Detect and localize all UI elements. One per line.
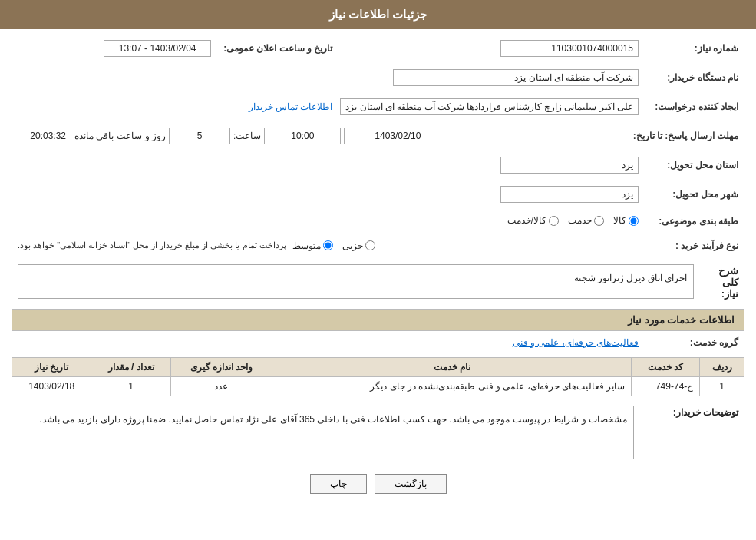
col-header-date: تاریخ نیاز bbox=[12, 357, 91, 376]
service-group-value[interactable]: فعالیت‌های حرفه‌ای، علمی و فنی bbox=[513, 337, 639, 348]
need-number-box: 1103001074000015 bbox=[500, 40, 639, 57]
category-label: طبقه بندی موضوعی: bbox=[645, 212, 744, 231]
category-khedmat-label: خدمت bbox=[568, 215, 592, 226]
deadline-table: مهلت ارسال پاسخ: تا تاریخ: 20:03:32 ساعت… bbox=[12, 124, 744, 147]
category-kala-khedmat-radio[interactable] bbox=[549, 216, 559, 226]
city-value: یزد bbox=[500, 186, 639, 203]
city-label: شهر محل تحویل: bbox=[645, 183, 744, 206]
process-type-jozii-radio[interactable] bbox=[365, 240, 375, 250]
publish-date-label: تاریخ و ساعت اعلان عمومی: bbox=[217, 37, 355, 60]
col-header-service-code: کد خدمت bbox=[632, 357, 700, 376]
deadline-date-value: 1403/02/10 bbox=[344, 128, 451, 144]
need-number-value: 1103001074000015 bbox=[386, 37, 645, 60]
col-header-row-num: ردیف bbox=[700, 357, 744, 376]
process-type-row: پرداخت تمام یا بخشی از مبلغ خریدار از مح… bbox=[18, 240, 639, 251]
category-kala[interactable]: کالا bbox=[613, 215, 639, 226]
buyer-org-value: شرکت آب منطقه ای استان یزد bbox=[12, 66, 645, 89]
province-value: یزد bbox=[500, 157, 639, 174]
deadline-days-value: 5 bbox=[169, 128, 230, 144]
category-kala-label: کالا bbox=[613, 215, 626, 226]
buyer-org-box: شرکت آب منطقه ای استان یزد bbox=[393, 69, 639, 86]
cell-row-num: 1 bbox=[700, 376, 744, 396]
button-row: بازگشت چاپ bbox=[12, 474, 744, 494]
creator-contact-link[interactable]: اطلاعات تماس خریدار bbox=[249, 101, 333, 112]
page-wrapper: جزئیات اطلاعات نیاز شماره نیاز: 11030010… bbox=[0, 0, 756, 540]
cell-service-code: ج-74-749 bbox=[632, 376, 700, 396]
need-number-label: شماره نیاز: bbox=[645, 37, 744, 60]
service-group-label: گروه خدمت: bbox=[645, 334, 744, 351]
category-khedmat-radio[interactable] bbox=[594, 216, 604, 226]
process-type-motavaset-radio[interactable] bbox=[323, 240, 333, 250]
col-header-quantity: تعداد / مقدار bbox=[91, 357, 170, 376]
buyer-notes-box: مشخصات و شرایط در پیوست موجود می باشد. ج… bbox=[18, 406, 634, 459]
category-kala-khedmat-label: کالا/خدمت bbox=[507, 215, 546, 226]
deadline-time-value: 10:00 bbox=[264, 128, 341, 144]
creator-table: ایجاد کننده درخواست: علی اکبر سلیمانی زا… bbox=[12, 95, 744, 118]
deadline-remaining-value: 20:03:32 bbox=[18, 128, 71, 144]
process-type-radio-group: متوسط جزیی bbox=[292, 240, 375, 251]
city-table: شهر محل تحویل: یزد bbox=[12, 183, 744, 206]
category-khedmat[interactable]: خدمت bbox=[568, 215, 604, 226]
page-title: جزئیات اطلاعات نیاز bbox=[329, 8, 427, 21]
category-kala-khedmat[interactable]: کالا/خدمت bbox=[507, 215, 559, 226]
col-header-unit: واحد اندازه گیری bbox=[170, 357, 272, 376]
service-info-header: اطلاعات خدمات مورد نیاز bbox=[12, 309, 744, 331]
need-desc-table: شرح کلی نیاز: اجرای اتاق دیزل ژنراتور شج… bbox=[12, 260, 744, 303]
buyer-notes-table: توضیحات خریدار: مشخصات و شرایط در پیوست … bbox=[12, 403, 744, 462]
deadline-time-label: ساعت: bbox=[233, 131, 261, 141]
col-header-service-name: نام خدمت bbox=[272, 357, 632, 376]
process-type-jozii-label: جزیی bbox=[342, 240, 363, 251]
category-kala-radio[interactable] bbox=[629, 216, 639, 226]
creator-value: علی اکبر سلیمانی زارچ کارشناس قراردادها … bbox=[340, 98, 639, 115]
process-type-motavaset-label: متوسط bbox=[292, 240, 321, 251]
buyer-org-table: نام دستگاه خریدار: شرکت آب منطقه ای استا… bbox=[12, 66, 744, 89]
cell-date: 1403/02/18 bbox=[12, 376, 91, 396]
province-label: استان محل تحویل: bbox=[645, 154, 744, 177]
cell-unit: عدد bbox=[170, 376, 272, 396]
publish-date-value: 1403/02/04 - 13:07 bbox=[104, 40, 211, 57]
process-type-jozii[interactable]: جزیی bbox=[342, 240, 375, 251]
creator-label: ایجاد کننده درخواست: bbox=[645, 95, 744, 118]
process-type-label: نوع فرآیند خرید : bbox=[645, 237, 744, 254]
category-radio-group: کالا/خدمت خدمت کالا bbox=[507, 215, 639, 226]
deadline-day-label: روز و bbox=[145, 131, 166, 141]
page-header: جزئیات اطلاعات نیاز bbox=[0, 0, 756, 29]
service-table: ردیف کد خدمت نام خدمت واحد اندازه گیری ت… bbox=[12, 357, 744, 396]
process-type-note: پرداخت تمام یا بخشی از مبلغ خریدار از مح… bbox=[18, 240, 286, 250]
back-button[interactable]: بازگشت bbox=[375, 474, 447, 494]
need-number-table: شماره نیاز: 1103001074000015 تاریخ و ساع… bbox=[12, 37, 744, 60]
need-description-box: اجرای اتاق دیزل ژنراتور شجنه bbox=[18, 264, 694, 299]
content-area: شماره نیاز: 1103001074000015 تاریخ و ساع… bbox=[0, 29, 756, 513]
category-table: طبقه بندی موضوعی: کالا/خدمت خدمت کالا bbox=[12, 212, 744, 231]
province-table: استان محل تحویل: یزد bbox=[12, 154, 744, 177]
process-type-table: نوع فرآیند خرید : پرداخت تمام یا بخشی از… bbox=[12, 237, 744, 254]
print-button[interactable]: چاپ bbox=[310, 474, 367, 494]
buyer-notes-label: توضیحات خریدار: bbox=[652, 403, 744, 462]
cell-quantity: 1 bbox=[91, 376, 170, 396]
deadline-remaining-label: ساعت باقی مانده bbox=[74, 131, 142, 141]
cell-service-name: سایر فعالیت‌های حرفه‌ای، علمی و فنی طبقه… bbox=[272, 376, 632, 396]
service-group-table: گروه خدمت: فعالیت‌های حرفه‌ای، علمی و فن… bbox=[12, 334, 744, 351]
deadline-label: مهلت ارسال پاسخ: تا تاریخ: bbox=[622, 124, 744, 147]
table-row: 1 ج-74-749 سایر فعالیت‌های حرفه‌ای، علمی… bbox=[12, 376, 744, 396]
need-description-label: شرح کلی نیاز: bbox=[718, 265, 738, 300]
process-type-motavaset[interactable]: متوسط bbox=[292, 240, 333, 251]
buyer-org-label: نام دستگاه خریدار: bbox=[645, 66, 744, 89]
